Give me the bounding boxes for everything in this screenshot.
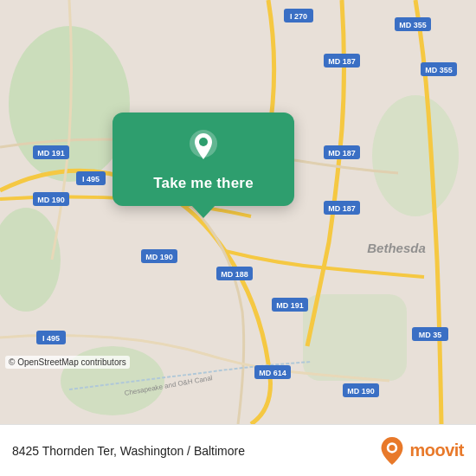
svg-text:MD 187: MD 187 xyxy=(328,57,356,66)
svg-point-1 xyxy=(9,26,130,182)
svg-text:MD 187: MD 187 xyxy=(328,149,356,158)
svg-text:MD 35: MD 35 xyxy=(419,331,442,339)
osm-credit: © OpenStreetMap contributors xyxy=(5,356,130,369)
svg-text:MD 614: MD 614 xyxy=(259,369,286,377)
svg-point-41 xyxy=(199,138,208,146)
svg-point-43 xyxy=(389,444,396,450)
svg-text:MD 355: MD 355 xyxy=(425,66,453,74)
location-pin-icon xyxy=(184,128,222,166)
svg-text:MD 188: MD 188 xyxy=(221,270,248,279)
svg-rect-5 xyxy=(303,294,407,381)
svg-text:MD 355: MD 355 xyxy=(399,21,427,29)
svg-text:MD 191: MD 191 xyxy=(37,149,65,158)
svg-point-3 xyxy=(372,95,459,216)
svg-text:MD 190: MD 190 xyxy=(145,253,173,261)
svg-text:I 270: I 270 xyxy=(290,12,307,21)
moovit-pin-icon xyxy=(380,437,404,465)
svg-text:Bethesda: Bethesda xyxy=(367,241,426,255)
take-me-there-button[interactable]: Take me there xyxy=(153,175,254,192)
moovit-logo: moovit xyxy=(380,437,464,465)
svg-text:I 495: I 495 xyxy=(42,334,60,343)
moovit-wordmark: moovit xyxy=(409,441,464,460)
svg-text:MD 191: MD 191 xyxy=(276,301,304,310)
svg-text:MD 190: MD 190 xyxy=(37,196,65,204)
svg-text:I 495: I 495 xyxy=(82,175,100,183)
map-container: I 270 MD 355 MD 355 MD 35 MD 187 MD 187 … xyxy=(0,0,476,424)
popup-card[interactable]: Take me there xyxy=(113,113,294,206)
address-text: 8425 Thornden Ter, Washington / Baltimor… xyxy=(12,444,245,458)
svg-text:MD 187: MD 187 xyxy=(328,204,356,213)
svg-text:MD 190: MD 190 xyxy=(347,387,375,396)
bottom-bar: 8425 Thornden Ter, Washington / Baltimor… xyxy=(0,424,476,476)
